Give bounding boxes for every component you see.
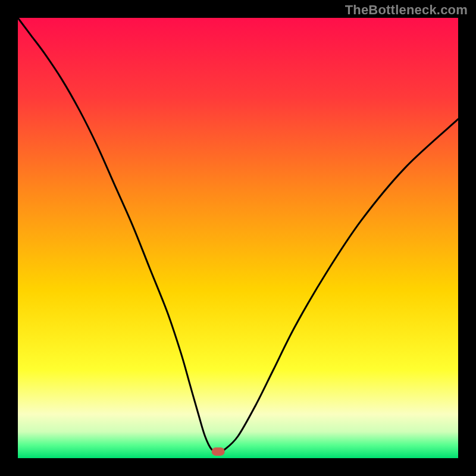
bottleneck-curve-chart	[0, 0, 476, 476]
chart-frame: TheBottleneck.com	[0, 0, 476, 476]
watermark-text: TheBottleneck.com	[345, 2, 468, 18]
current-point-marker	[212, 447, 225, 456]
gradient-background	[18, 18, 458, 458]
